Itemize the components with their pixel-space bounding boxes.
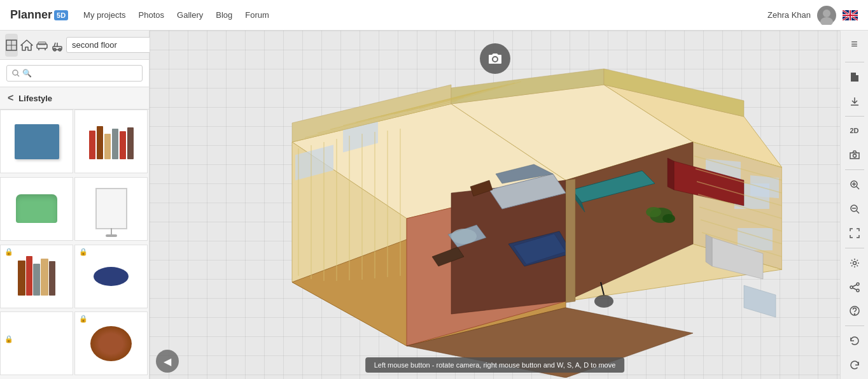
download-button[interactable] — [843, 90, 867, 113]
help-button[interactable] — [843, 300, 867, 323]
svg-point-96 — [853, 154, 856, 157]
divider — [845, 116, 864, 117]
category-back-arrow[interactable]: < — [8, 92, 13, 104]
files-button[interactable] — [843, 66, 867, 89]
settings-button[interactable] — [843, 252, 867, 275]
category-label: Lifestyle — [18, 94, 52, 103]
nav-photos[interactable]: Photos — [139, 10, 164, 20]
nav-my-projects[interactable]: My projects — [83, 10, 125, 20]
svg-point-107 — [857, 289, 859, 292]
svg-line-98 — [857, 187, 859, 189]
main-container: second floor ▼ < Lifestyle — [0, 31, 868, 379]
nav-links: My projects Photos Gallery Blog Forum — [83, 10, 767, 20]
center-canvas[interactable]: ◀ Left mouse button - rotate camera, rig… — [150, 31, 840, 379]
nav-gallery[interactable]: Gallery — [177, 10, 203, 20]
item-books-tall-visual — [18, 257, 55, 296]
list-item[interactable]: 🔒 — [74, 245, 148, 308]
list-item[interactable] — [0, 110, 73, 173]
search-input[interactable] — [6, 65, 143, 82]
tool-home[interactable] — [20, 34, 33, 57]
zoom-out-button[interactable] — [843, 197, 867, 220]
list-item[interactable] — [0, 177, 73, 241]
items-grid: 🔒 🔒 🔒 🔒 — [0, 110, 149, 379]
lock-icon: 🔒 — [79, 248, 88, 256]
top-nav: Planner 5D My projects Photos Gallery Bl… — [0, 0, 868, 31]
svg-point-57 — [594, 295, 613, 308]
zoom-in-button[interactable] — [843, 173, 867, 196]
nav-forum[interactable]: Forum — [245, 10, 269, 20]
lock-icon: 🔒 — [4, 335, 13, 343]
svg-line-22 — [54, 43, 55, 46]
share-button[interactable] — [843, 276, 867, 299]
item-bathtub-visual — [16, 194, 57, 223]
floor-label: second floor — [72, 40, 117, 50]
avatar[interactable] — [817, 6, 836, 25]
divider — [845, 248, 864, 248]
nav-blog[interactable]: Blog — [216, 10, 232, 20]
tool-furniture[interactable] — [36, 34, 48, 57]
logo[interactable]: Planner 5D — [10, 8, 68, 22]
user-name: Zehra Khan — [767, 10, 811, 20]
back-icon: ◀ — [164, 355, 171, 368]
svg-marker-48 — [668, 158, 674, 190]
lock-icon: 🔒 — [4, 248, 13, 256]
2d-label: 2D — [850, 127, 858, 134]
right-sidebar: ≡ 2D — [840, 31, 868, 379]
svg-point-1 — [820, 17, 833, 25]
item-pillow-visual — [94, 267, 129, 286]
lock-icon: 🔒 — [79, 315, 88, 323]
logo-badge: 5D — [54, 10, 68, 20]
item-book-blue-visual — [15, 124, 59, 159]
list-item[interactable] — [74, 177, 148, 241]
svg-line-102 — [857, 211, 859, 213]
svg-point-104 — [853, 261, 856, 264]
undo-button[interactable] — [843, 329, 867, 352]
svg-point-50 — [646, 207, 661, 217]
svg-point-106 — [850, 286, 853, 289]
toolbar: second floor ▼ — [0, 31, 149, 60]
tool-items[interactable] — [51, 34, 64, 57]
svg-marker-14 — [21, 40, 32, 50]
redo-button[interactable] — [843, 354, 867, 376]
back-nav-button[interactable]: ◀ — [156, 350, 179, 373]
fullscreen-button[interactable] — [843, 222, 867, 245]
left-sidebar: second floor ▼ < Lifestyle — [0, 31, 150, 379]
divider — [845, 325, 864, 326]
list-item[interactable] — [74, 110, 148, 173]
camera-button[interactable] — [843, 143, 867, 166]
floor-plan[interactable] — [260, 66, 782, 378]
svg-rect-10 — [843, 15, 858, 16]
svg-line-108 — [853, 285, 857, 287]
nav-right: Zehra Khan — [767, 6, 858, 25]
2d-button[interactable]: 2D — [843, 120, 867, 143]
item-rug-visual — [90, 326, 132, 361]
menu-button[interactable]: ≡ — [843, 33, 867, 56]
list-item[interactable]: 🔒 — [74, 311, 148, 375]
search-bar — [0, 60, 149, 87]
item-whiteboard-visual — [95, 188, 127, 229]
svg-marker-61 — [744, 285, 776, 317]
svg-point-54 — [451, 229, 477, 244]
list-item[interactable]: 🔒 — [0, 245, 73, 308]
category-header[interactable]: < Lifestyle — [0, 87, 149, 110]
screenshot-button[interactable] — [480, 43, 510, 74]
svg-point-51 — [662, 214, 675, 223]
svg-line-109 — [853, 288, 857, 290]
svg-point-0 — [823, 10, 830, 17]
svg-marker-94 — [566, 179, 575, 303]
tool-floor-plan[interactable] — [5, 34, 18, 57]
svg-point-111 — [854, 314, 855, 315]
svg-point-105 — [857, 283, 859, 285]
menu-icon: ≡ — [851, 38, 858, 51]
divider — [845, 62, 864, 62]
list-item[interactable]: 🔒 — [0, 311, 73, 375]
item-books-stack-visual — [89, 124, 134, 159]
logo-text: Planner — [10, 8, 52, 22]
divider — [845, 169, 864, 170]
svg-marker-60 — [706, 234, 712, 266]
language-flag[interactable] — [843, 10, 858, 20]
